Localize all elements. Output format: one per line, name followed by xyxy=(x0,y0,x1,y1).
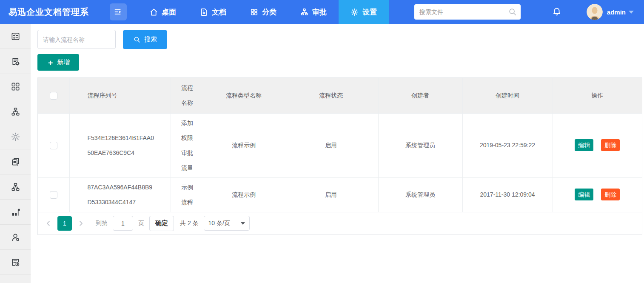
row-checkbox-cell xyxy=(38,113,69,177)
bar-chart-flag-icon xyxy=(11,207,20,217)
row-checkbox-cell xyxy=(38,177,69,212)
nav-item-label: 设置 xyxy=(362,7,377,17)
header-serial: 流程序列号 xyxy=(69,78,171,113)
navbar-user-area: admin xyxy=(552,4,644,20)
cell-status: 启用 xyxy=(284,177,378,212)
nav-item-label: 文档 xyxy=(212,7,226,17)
caret-down-icon xyxy=(241,222,245,225)
checklist-icon xyxy=(11,31,20,41)
plus-icon: ＋ xyxy=(47,59,54,66)
nav-item-label: 桌面 xyxy=(162,7,176,17)
sidebar-item-document-settings[interactable] xyxy=(0,49,31,74)
process-table: 流程序列号 流程名称 流程类型名称 流程状态 创建者 创建时间 操作 F534E… xyxy=(38,78,642,212)
cell-serial: F534E126E3614B1FAA050EAE7636C9C4 xyxy=(69,113,171,177)
cell-created: 2019-05-23 22:59:22 xyxy=(462,113,553,177)
sidebar-item-checklist[interactable] xyxy=(0,24,31,49)
chevron-left-icon xyxy=(45,220,52,227)
home-icon xyxy=(150,8,158,16)
grid-squares-icon xyxy=(11,82,20,91)
global-search-input[interactable] xyxy=(414,4,521,20)
header-checkbox-cell xyxy=(38,78,69,113)
gear-icon xyxy=(11,132,20,142)
search-button-label: 搜索 xyxy=(144,35,157,43)
delete-button[interactable]: 删除 xyxy=(601,189,620,200)
add-button[interactable]: ＋ 新增 xyxy=(37,54,79,71)
search-icon[interactable] xyxy=(508,7,517,17)
delete-button[interactable]: 删除 xyxy=(601,139,620,151)
clipboard-clock-icon xyxy=(11,257,20,267)
cell-creator: 系统管理员 xyxy=(378,113,462,177)
username-label[interactable]: admin xyxy=(607,9,626,16)
documents-copy-icon xyxy=(11,157,20,167)
goto-prefix-label: 到第 xyxy=(96,220,108,227)
top-navbar: 易迅企业文档管理系 桌面 文档 分类 审批 设置 xyxy=(0,0,644,24)
gear-icon xyxy=(350,8,359,16)
sidebar-item-documents[interactable] xyxy=(0,149,31,174)
nav-item-categories[interactable]: 分类 xyxy=(238,0,288,24)
sidebar xyxy=(0,24,31,283)
nav-item-label: 审批 xyxy=(312,7,327,17)
pagination: 1 到第 页 确定 共 2 条 10 条/页 xyxy=(38,212,642,234)
edit-button[interactable]: 编辑 xyxy=(575,189,593,200)
sidebar-item-statistics[interactable] xyxy=(0,200,31,225)
row-checkbox[interactable] xyxy=(50,142,57,149)
header-type: 流程类型名称 xyxy=(204,78,284,113)
prev-page-button[interactable] xyxy=(45,220,52,227)
next-page-button[interactable] xyxy=(77,220,85,227)
document-settings-icon xyxy=(11,57,20,66)
global-search xyxy=(414,4,521,20)
process-table-container: 流程序列号 流程名称 流程类型名称 流程状态 创建者 创建时间 操作 F534E… xyxy=(37,77,642,235)
avatar-image xyxy=(587,4,603,20)
row-checkbox[interactable] xyxy=(50,191,57,199)
cell-name: 添加权限审批流量 xyxy=(171,113,204,177)
sidebar-item-user[interactable] xyxy=(0,225,31,250)
page-number-button[interactable]: 1 xyxy=(57,216,72,231)
cell-actions: 编辑删除 xyxy=(553,177,642,212)
cell-status: 启用 xyxy=(284,113,378,177)
header-created: 创建时间 xyxy=(462,78,553,113)
search-button[interactable]: 搜索 xyxy=(123,30,167,49)
avatar[interactable] xyxy=(587,4,603,20)
sidebar-item-org-chart-2[interactable] xyxy=(0,174,31,200)
page-size-select[interactable]: 10 条/页 xyxy=(204,216,250,231)
select-all-checkbox[interactable] xyxy=(50,92,57,100)
nav-item-settings[interactable]: 设置 xyxy=(339,0,389,24)
sidebar-item-schedule[interactable] xyxy=(0,250,31,275)
category-grid-icon xyxy=(250,8,258,16)
bell-icon xyxy=(552,7,562,17)
process-name-input[interactable] xyxy=(37,30,116,49)
sidebar-item-org-chart[interactable] xyxy=(0,99,31,124)
header-creator: 创建者 xyxy=(378,78,462,113)
total-count-label: 共 2 条 xyxy=(180,220,199,227)
cell-type: 流程示例 xyxy=(204,113,284,177)
menu-fold-icon xyxy=(114,7,123,17)
nav-item-desktop[interactable]: 桌面 xyxy=(138,0,188,24)
confirm-button[interactable]: 确定 xyxy=(149,216,174,231)
nav-item-approval[interactable]: 审批 xyxy=(288,0,339,24)
approval-flow-icon xyxy=(300,8,308,16)
user-icon xyxy=(11,232,20,242)
org-chart-icon xyxy=(11,182,20,192)
caret-down-icon[interactable] xyxy=(629,11,634,14)
goto-page-input[interactable] xyxy=(113,216,133,231)
app-title: 易迅企业文档管理系 xyxy=(0,6,102,18)
menu-fold-button[interactable] xyxy=(110,3,127,20)
cell-serial: 87AC3AA596AF44B8B9D53330344C4147 xyxy=(69,177,171,212)
nav-item-label: 分类 xyxy=(262,7,276,17)
page-size-value: 10 条/页 xyxy=(208,220,230,227)
cell-name: 示例流程 xyxy=(171,177,204,212)
table-row: 87AC3AA596AF44B8B9D53330344C4147 示例流程 流程… xyxy=(38,177,642,212)
edit-button[interactable]: 编辑 xyxy=(575,139,593,151)
goto-suffix-label: 页 xyxy=(138,220,144,227)
cell-type: 流程示例 xyxy=(204,177,284,212)
nav-item-documents[interactable]: 文档 xyxy=(188,0,238,24)
main-content: 搜索 ＋ 新增 流程序列号 流程名称 流程类型名称 流程状态 xyxy=(31,24,644,283)
cell-actions: 编辑删除 xyxy=(553,113,642,177)
sidebar-item-settings[interactable] xyxy=(0,124,31,149)
document-icon xyxy=(200,8,208,16)
main-menu: 桌面 文档 分类 审批 设置 xyxy=(138,0,389,24)
header-actions: 操作 xyxy=(553,78,642,113)
filter-row: 搜索 xyxy=(37,30,642,49)
sidebar-item-grid[interactable] xyxy=(0,74,31,99)
notifications-button[interactable] xyxy=(552,7,562,17)
